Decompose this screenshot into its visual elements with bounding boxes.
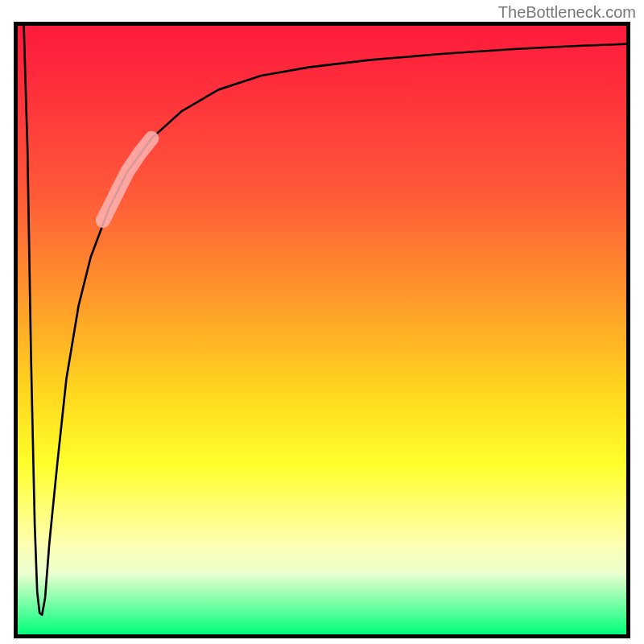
bottleneck-curve-line: [24, 26, 626, 615]
bottleneck-chart-svg: [18, 26, 626, 634]
chart-plot-area: [14, 22, 630, 638]
watermark-text: TheBottleneck.com: [498, 3, 636, 22]
highlight-segment: [103, 138, 151, 221]
